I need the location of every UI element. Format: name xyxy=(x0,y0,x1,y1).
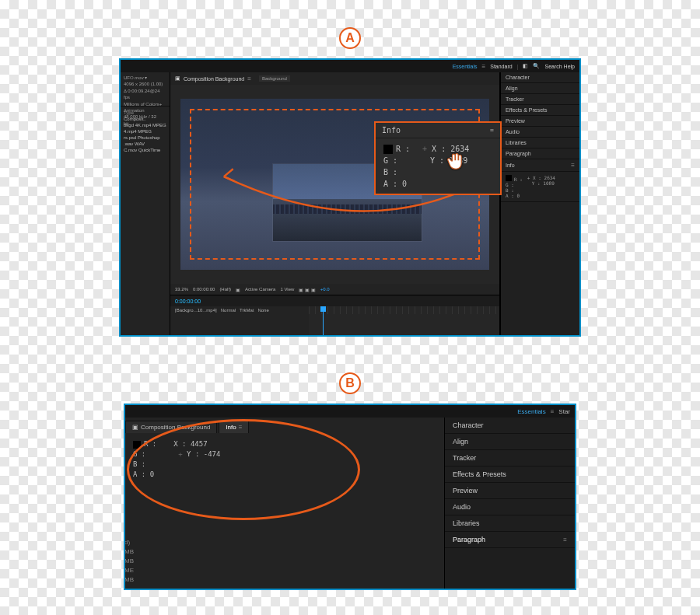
resolution-setting[interactable]: (Half) xyxy=(219,287,231,292)
composition-viewer[interactable]: Info ≡ R : G : B : A : 0 + X : 2634 Y : … xyxy=(170,85,499,284)
sidebar-item-effects[interactable]: Effects & Presets xyxy=(445,466,575,483)
info-xy: X : 4457 + Y : -474 xyxy=(173,439,220,480)
project-item-list[interactable]: Type Composit.. bkgd 4K.mp4 MPEG 4.mp4 M… xyxy=(121,107,170,335)
sidebar-item-libraries[interactable]: Libraries xyxy=(445,515,575,532)
project-panel[interactable]: UFO.mov ▾ 4096 x 2600 (1.00) Δ 0:00:09.2… xyxy=(121,72,170,335)
info-panel-title: Info xyxy=(382,126,401,135)
composition-panel: ▣ Composition Background ≡ Background xyxy=(170,72,500,335)
tab-info[interactable]: Info ≡ xyxy=(219,421,249,433)
comp-icon: ▣ xyxy=(175,75,180,82)
sidebar-item-paragraph[interactable]: Paragraph xyxy=(501,149,579,159)
sidebar-item-paragraph[interactable]: Paragraph ≡ xyxy=(445,532,575,548)
current-time-indicator[interactable] xyxy=(323,306,324,335)
panel-menu-icon[interactable]: ≡ xyxy=(239,424,243,431)
menu-icon[interactable]: ≡ xyxy=(551,408,555,415)
workspace-standard[interactable]: Standard xyxy=(490,64,512,69)
timecode-display[interactable]: 0:00:00:00 xyxy=(193,287,215,292)
skyline-graphic xyxy=(273,204,422,214)
workspace-bar: Essentials ≡ Standard | ◧ 🔍 Search Help xyxy=(121,60,579,72)
panel-menu-icon[interactable]: ≡ xyxy=(490,127,494,134)
marker-a: A xyxy=(339,27,361,49)
panel-menu-icon[interactable]: ≡ xyxy=(571,162,575,169)
list-item[interactable]: bkgd 4K.mp4 MPEG xyxy=(121,122,170,128)
sidebar-item-character[interactable]: Character xyxy=(501,72,579,83)
list-item[interactable]: rs.psd Photoshop xyxy=(121,135,170,141)
right-panel-stack: Character Align Tracker Effects & Preset… xyxy=(500,72,579,335)
sidebar-item-audio[interactable]: Audio xyxy=(445,499,575,515)
time-ruler[interactable] xyxy=(309,306,499,314)
info-panel-docked: R : G : B : A : 0 + X : 2634 Y : 1089 xyxy=(501,172,579,202)
comp-tab-bar: ▣ Composition Background ≡ Background xyxy=(170,72,499,85)
workspace-bar: Essentials ≡ Star xyxy=(125,405,575,418)
color-swatch xyxy=(133,441,141,449)
zoom-level[interactable]: 33.2% xyxy=(175,287,188,292)
comp-subtab[interactable]: Background xyxy=(259,75,290,82)
tab-composition[interactable]: ▣ Composition Background xyxy=(125,421,217,433)
right-panel-stack: Character Align Tracker Effects & Preset… xyxy=(444,418,575,589)
color-swatch xyxy=(383,145,393,154)
sidebar-item-preview[interactable]: Preview xyxy=(445,483,575,499)
color-swatch xyxy=(506,175,512,181)
sidebar-item-tracker[interactable]: Tracker xyxy=(501,94,579,105)
screenshot-b: Essentials ≡ Star ▣ Composition Backgrou… xyxy=(124,404,576,590)
divider: | xyxy=(517,64,519,69)
project-item-info: UFO.mov ▾ 4096 x 2600 (1.00) Δ 0:00:09.2… xyxy=(121,72,170,107)
cropped-project-list: d) MB MB ME MB xyxy=(124,539,134,583)
viewer-status-bar[interactable]: 33.2% 0:00:00:00 (Half) ▣ Active Camera … xyxy=(170,284,499,295)
docked-panel-group[interactable]: ▣ Composition Background Info ≡ R : G : … xyxy=(125,418,444,589)
timeline-panel[interactable]: 0:00:00:00 [Backgro...10...mp4] Normal T… xyxy=(170,295,499,335)
list-item[interactable]: 4.mp4 MPEG xyxy=(121,128,170,135)
workspace-overflow[interactable]: Star xyxy=(558,408,570,415)
workspace-essentials[interactable]: Essentials xyxy=(517,408,545,415)
sidebar-item-align[interactable]: Align xyxy=(501,83,579,94)
panel-menu-icon[interactable]: ≡ xyxy=(563,536,567,543)
info-panel-content: R : G : B : A : 0 X : 4457 + Y : -474 xyxy=(125,433,444,486)
marker-b: B xyxy=(339,372,361,394)
timeline-timecode[interactable]: 0:00:00:00 xyxy=(175,299,201,304)
comp-icon: ▣ xyxy=(132,424,138,431)
camera-view[interactable]: Active Camera xyxy=(245,287,275,292)
search-help[interactable]: Search Help xyxy=(544,64,575,69)
search-icon: 🔍 xyxy=(533,63,540,69)
list-item[interactable]: Composit.. xyxy=(121,116,170,122)
sidebar-item-align[interactable]: Align xyxy=(445,434,575,450)
sidebar-item-info[interactable]: Info≡ xyxy=(501,159,579,172)
panel-tab-bar: ▣ Composition Background Info ≡ xyxy=(125,418,444,433)
sidebar-item-tracker[interactable]: Tracker xyxy=(445,450,575,466)
screenshot-a: Essentials ≡ Standard | ◧ 🔍 Search Help … xyxy=(119,58,581,337)
sidebar-item-audio[interactable]: Audio xyxy=(501,127,579,138)
info-rgba: R : G : B : A : 0 xyxy=(383,143,410,190)
view-count[interactable]: 1 View xyxy=(280,287,294,292)
workspace-essentials[interactable]: Essentials xyxy=(453,64,478,69)
sidebar-item-character[interactable]: Character xyxy=(445,418,575,434)
comp-tab-title[interactable]: Composition Background xyxy=(184,76,244,82)
sidebar-item-effects[interactable]: Effects & Presets xyxy=(501,105,579,116)
panel-menu-icon[interactable]: ≡ xyxy=(247,75,251,82)
info-rgba: R : G : B : A : 0 xyxy=(133,439,156,480)
sidebar-item-libraries[interactable]: Libraries xyxy=(501,138,579,149)
list-item[interactable]: .wav WAV xyxy=(121,141,170,147)
sidebar-item-preview[interactable]: Preview xyxy=(501,116,579,127)
info-panel-floating[interactable]: Info ≡ R : G : B : A : 0 + X : 2634 Y : … xyxy=(374,121,502,195)
exposure[interactable]: +0.0 xyxy=(320,287,330,292)
timeline-layers[interactable]: [Backgro...10...mp4] Normal TrkMat None xyxy=(170,306,309,335)
toggle-icon[interactable]: ◧ xyxy=(523,63,528,69)
menu-icon[interactable]: ≡ xyxy=(482,63,486,70)
list-item[interactable]: C.mov QuickTime xyxy=(121,147,170,153)
timeline-track[interactable] xyxy=(309,306,499,335)
hand-cursor-icon xyxy=(444,151,466,177)
